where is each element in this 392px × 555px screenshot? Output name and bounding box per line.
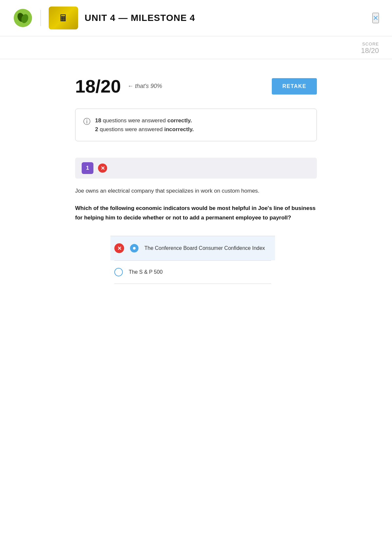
unit-image: 🖩 (49, 7, 78, 29)
answer-options: ✕ The Conference Board Consumer Confiden… (114, 236, 271, 284)
answer-radio-b (114, 268, 123, 276)
info-text: 18 questions were answered correctly. 2 … (95, 116, 194, 134)
main-content: 18/20 ← that's 90% RETAKE ⓘ 18 questions… (69, 59, 323, 304)
incorrect-badge-icon: ✕ (98, 164, 107, 173)
app-logo (13, 8, 33, 28)
score-display-row: 18/20 ← that's 90% RETAKE (75, 76, 317, 97)
info-icon: ⓘ (83, 117, 90, 127)
incorrect-bold: incorrectly. (164, 126, 194, 132)
page-title: UNIT 4 — MILESTONE 4 (85, 13, 195, 23)
answer-option-a[interactable]: ✕ The Conference Board Consumer Confiden… (110, 236, 275, 260)
incorrect-count: 2 (95, 126, 98, 132)
question-number-badge: 1 (82, 162, 93, 174)
score-value: 18/20 (361, 46, 379, 55)
close-button[interactable]: × (372, 13, 379, 23)
answer-text-b: The S & P 500 (129, 268, 163, 276)
answer-radio-a (130, 244, 139, 252)
answer-option-b[interactable]: The S & P 500 (114, 260, 271, 284)
score-label: SCORE (361, 42, 379, 46)
score-bar: SCORE 18/20 (0, 36, 392, 55)
question-text: Which of the following economic indicato… (75, 204, 317, 223)
header: 🖩 UNIT 4 — MILESTONE 4 × (0, 0, 392, 36)
correct-count: 18 (95, 117, 101, 124)
score-caption: ← that's 90% (127, 83, 162, 90)
answer-wrong-icon-a: ✕ (114, 243, 124, 253)
correct-bold: correctly. (167, 117, 192, 124)
score-big: 18/20 (75, 76, 121, 97)
header-divider (41, 10, 41, 26)
correct-text: questions were answered (103, 117, 168, 124)
incorrect-text: questions were answered (100, 126, 164, 132)
question-header: 1 ✕ (75, 158, 317, 179)
answer-text-a: The Conference Board Consumer Confidence… (144, 244, 265, 252)
question-context: Joe owns an electrical company that spec… (75, 186, 317, 196)
retake-button[interactable]: RETAKE (272, 78, 317, 95)
info-box: ⓘ 18 questions were answered correctly. … (75, 109, 317, 141)
